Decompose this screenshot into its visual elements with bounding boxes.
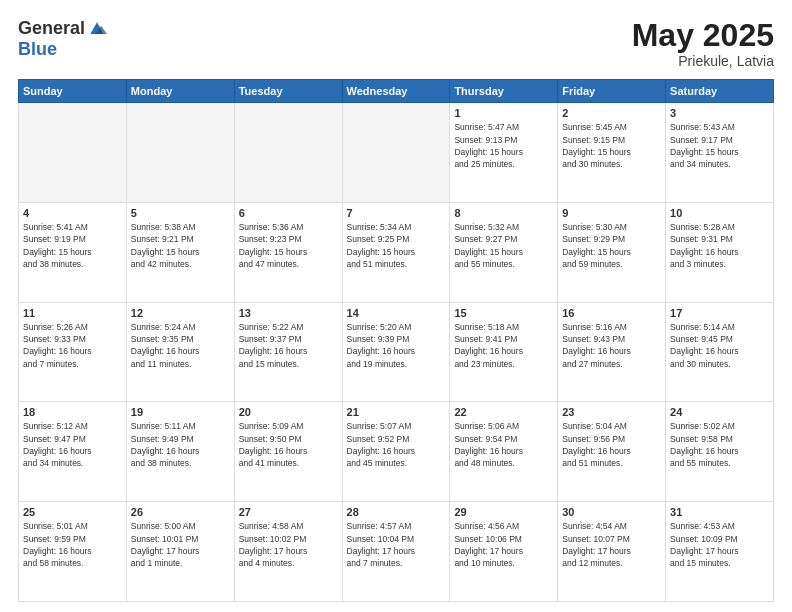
logo-icon <box>87 19 107 39</box>
day-info: Sunrise: 5:41 AM Sunset: 9:19 PM Dayligh… <box>23 221 122 270</box>
weekday-header-sunday: Sunday <box>19 80 127 103</box>
day-info: Sunrise: 5:14 AM Sunset: 9:45 PM Dayligh… <box>670 321 769 370</box>
calendar-cell: 2Sunrise: 5:45 AM Sunset: 9:15 PM Daylig… <box>558 103 666 203</box>
logo: General Blue <box>18 18 107 60</box>
day-info: Sunrise: 5:26 AM Sunset: 9:33 PM Dayligh… <box>23 321 122 370</box>
day-number: 1 <box>454 107 553 119</box>
calendar-cell: 8Sunrise: 5:32 AM Sunset: 9:27 PM Daylig… <box>450 202 558 302</box>
calendar-cell: 28Sunrise: 4:57 AM Sunset: 10:04 PM Dayl… <box>342 502 450 602</box>
day-number: 2 <box>562 107 661 119</box>
weekday-header-tuesday: Tuesday <box>234 80 342 103</box>
day-number: 18 <box>23 406 122 418</box>
calendar-cell: 26Sunrise: 5:00 AM Sunset: 10:01 PM Dayl… <box>126 502 234 602</box>
day-info: Sunrise: 5:43 AM Sunset: 9:17 PM Dayligh… <box>670 121 769 170</box>
day-number: 3 <box>670 107 769 119</box>
day-number: 22 <box>454 406 553 418</box>
day-number: 10 <box>670 207 769 219</box>
calendar-cell <box>126 103 234 203</box>
day-info: Sunrise: 5:47 AM Sunset: 9:13 PM Dayligh… <box>454 121 553 170</box>
day-info: Sunrise: 5:45 AM Sunset: 9:15 PM Dayligh… <box>562 121 661 170</box>
day-info: Sunrise: 4:54 AM Sunset: 10:07 PM Daylig… <box>562 520 661 569</box>
day-number: 15 <box>454 307 553 319</box>
day-number: 8 <box>454 207 553 219</box>
day-number: 14 <box>347 307 446 319</box>
calendar-cell: 13Sunrise: 5:22 AM Sunset: 9:37 PM Dayli… <box>234 302 342 402</box>
day-info: Sunrise: 4:53 AM Sunset: 10:09 PM Daylig… <box>670 520 769 569</box>
calendar-table: SundayMondayTuesdayWednesdayThursdayFrid… <box>18 79 774 602</box>
day-number: 30 <box>562 506 661 518</box>
day-number: 17 <box>670 307 769 319</box>
calendar-cell: 12Sunrise: 5:24 AM Sunset: 9:35 PM Dayli… <box>126 302 234 402</box>
logo-blue-text: Blue <box>18 39 57 60</box>
calendar-cell: 31Sunrise: 4:53 AM Sunset: 10:09 PM Dayl… <box>666 502 774 602</box>
day-number: 5 <box>131 207 230 219</box>
calendar-cell: 14Sunrise: 5:20 AM Sunset: 9:39 PM Dayli… <box>342 302 450 402</box>
day-info: Sunrise: 5:02 AM Sunset: 9:58 PM Dayligh… <box>670 420 769 469</box>
calendar-cell: 21Sunrise: 5:07 AM Sunset: 9:52 PM Dayli… <box>342 402 450 502</box>
calendar-cell <box>19 103 127 203</box>
calendar-cell: 20Sunrise: 5:09 AM Sunset: 9:50 PM Dayli… <box>234 402 342 502</box>
calendar-cell: 22Sunrise: 5:06 AM Sunset: 9:54 PM Dayli… <box>450 402 558 502</box>
calendar-cell: 16Sunrise: 5:16 AM Sunset: 9:43 PM Dayli… <box>558 302 666 402</box>
day-number: 27 <box>239 506 338 518</box>
day-info: Sunrise: 5:32 AM Sunset: 9:27 PM Dayligh… <box>454 221 553 270</box>
calendar-cell: 19Sunrise: 5:11 AM Sunset: 9:49 PM Dayli… <box>126 402 234 502</box>
calendar-cell: 27Sunrise: 4:58 AM Sunset: 10:02 PM Dayl… <box>234 502 342 602</box>
day-info: Sunrise: 5:11 AM Sunset: 9:49 PM Dayligh… <box>131 420 230 469</box>
day-info: Sunrise: 5:20 AM Sunset: 9:39 PM Dayligh… <box>347 321 446 370</box>
calendar-cell <box>342 103 450 203</box>
day-info: Sunrise: 5:16 AM Sunset: 9:43 PM Dayligh… <box>562 321 661 370</box>
day-info: Sunrise: 5:38 AM Sunset: 9:21 PM Dayligh… <box>131 221 230 270</box>
week-row-2: 4Sunrise: 5:41 AM Sunset: 9:19 PM Daylig… <box>19 202 774 302</box>
calendar-cell: 3Sunrise: 5:43 AM Sunset: 9:17 PM Daylig… <box>666 103 774 203</box>
calendar-cell: 18Sunrise: 5:12 AM Sunset: 9:47 PM Dayli… <box>19 402 127 502</box>
week-row-5: 25Sunrise: 5:01 AM Sunset: 9:59 PM Dayli… <box>19 502 774 602</box>
month-year-title: May 2025 <box>632 18 774 53</box>
calendar-cell: 25Sunrise: 5:01 AM Sunset: 9:59 PM Dayli… <box>19 502 127 602</box>
week-row-4: 18Sunrise: 5:12 AM Sunset: 9:47 PM Dayli… <box>19 402 774 502</box>
weekday-header-thursday: Thursday <box>450 80 558 103</box>
calendar-cell: 29Sunrise: 4:56 AM Sunset: 10:06 PM Dayl… <box>450 502 558 602</box>
day-number: 31 <box>670 506 769 518</box>
calendar-cell: 10Sunrise: 5:28 AM Sunset: 9:31 PM Dayli… <box>666 202 774 302</box>
day-info: Sunrise: 5:22 AM Sunset: 9:37 PM Dayligh… <box>239 321 338 370</box>
day-info: Sunrise: 5:01 AM Sunset: 9:59 PM Dayligh… <box>23 520 122 569</box>
day-info: Sunrise: 5:06 AM Sunset: 9:54 PM Dayligh… <box>454 420 553 469</box>
title-section: May 2025 Priekule, Latvia <box>632 18 774 69</box>
day-info: Sunrise: 5:07 AM Sunset: 9:52 PM Dayligh… <box>347 420 446 469</box>
weekday-header-wednesday: Wednesday <box>342 80 450 103</box>
calendar-cell: 1Sunrise: 5:47 AM Sunset: 9:13 PM Daylig… <box>450 103 558 203</box>
calendar-cell: 17Sunrise: 5:14 AM Sunset: 9:45 PM Dayli… <box>666 302 774 402</box>
day-info: Sunrise: 5:30 AM Sunset: 9:29 PM Dayligh… <box>562 221 661 270</box>
calendar-cell: 30Sunrise: 4:54 AM Sunset: 10:07 PM Dayl… <box>558 502 666 602</box>
day-number: 13 <box>239 307 338 319</box>
day-info: Sunrise: 5:00 AM Sunset: 10:01 PM Daylig… <box>131 520 230 569</box>
logo-general-text: General <box>18 18 85 39</box>
day-info: Sunrise: 5:12 AM Sunset: 9:47 PM Dayligh… <box>23 420 122 469</box>
weekday-header-saturday: Saturday <box>666 80 774 103</box>
day-info: Sunrise: 5:34 AM Sunset: 9:25 PM Dayligh… <box>347 221 446 270</box>
day-info: Sunrise: 5:18 AM Sunset: 9:41 PM Dayligh… <box>454 321 553 370</box>
day-info: Sunrise: 5:09 AM Sunset: 9:50 PM Dayligh… <box>239 420 338 469</box>
day-number: 28 <box>347 506 446 518</box>
calendar-cell: 11Sunrise: 5:26 AM Sunset: 9:33 PM Dayli… <box>19 302 127 402</box>
calendar-cell: 6Sunrise: 5:36 AM Sunset: 9:23 PM Daylig… <box>234 202 342 302</box>
calendar-cell: 24Sunrise: 5:02 AM Sunset: 9:58 PM Dayli… <box>666 402 774 502</box>
header: General Blue May 2025 Priekule, Latvia <box>18 18 774 69</box>
weekday-header-monday: Monday <box>126 80 234 103</box>
day-info: Sunrise: 4:57 AM Sunset: 10:04 PM Daylig… <box>347 520 446 569</box>
day-number: 7 <box>347 207 446 219</box>
calendar-cell: 23Sunrise: 5:04 AM Sunset: 9:56 PM Dayli… <box>558 402 666 502</box>
day-number: 11 <box>23 307 122 319</box>
day-number: 19 <box>131 406 230 418</box>
day-number: 29 <box>454 506 553 518</box>
location-text: Priekule, Latvia <box>632 53 774 69</box>
calendar-cell: 4Sunrise: 5:41 AM Sunset: 9:19 PM Daylig… <box>19 202 127 302</box>
day-info: Sunrise: 5:28 AM Sunset: 9:31 PM Dayligh… <box>670 221 769 270</box>
day-info: Sunrise: 4:56 AM Sunset: 10:06 PM Daylig… <box>454 520 553 569</box>
day-info: Sunrise: 4:58 AM Sunset: 10:02 PM Daylig… <box>239 520 338 569</box>
day-number: 21 <box>347 406 446 418</box>
day-info: Sunrise: 5:24 AM Sunset: 9:35 PM Dayligh… <box>131 321 230 370</box>
day-info: Sunrise: 5:04 AM Sunset: 9:56 PM Dayligh… <box>562 420 661 469</box>
day-info: Sunrise: 5:36 AM Sunset: 9:23 PM Dayligh… <box>239 221 338 270</box>
